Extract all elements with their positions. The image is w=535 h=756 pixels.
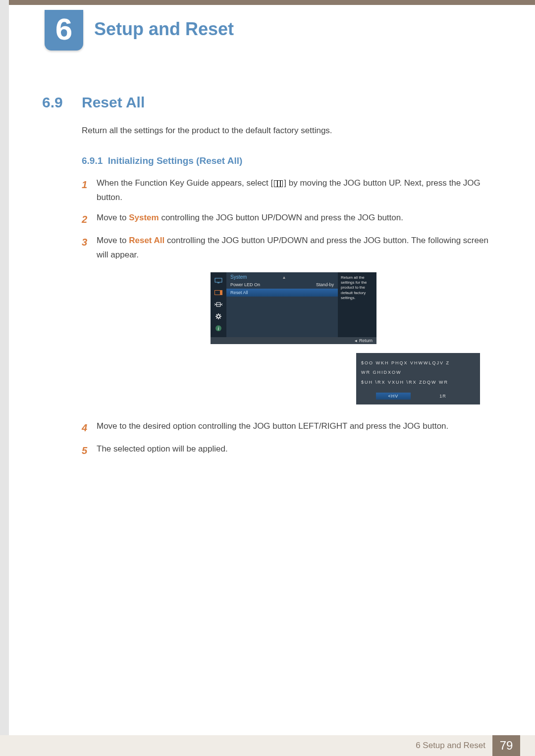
step-emphasis: System bbox=[129, 213, 159, 222]
section-heading: 6.9 Reset All bbox=[42, 94, 493, 111]
step-5: 5 The selected option will be applied. bbox=[82, 442, 493, 459]
subsection-heading: 6.9.1 Initializing Settings (Reset All) bbox=[82, 155, 493, 166]
gear-icon bbox=[214, 313, 223, 320]
step-emphasis: Reset All bbox=[129, 236, 164, 245]
osd-description-panel: Return all the settings for the product … bbox=[338, 272, 376, 337]
osd-return-label: Return bbox=[359, 338, 373, 343]
monitor-icon bbox=[214, 277, 223, 284]
dialog-buttons: <HV 1R bbox=[361, 393, 475, 400]
osd-row-label: Reset All bbox=[230, 290, 248, 295]
step-text: Move to the desired option controlling t… bbox=[97, 419, 448, 436]
svg-rect-0 bbox=[215, 278, 222, 282]
section-title: Reset All bbox=[82, 94, 145, 111]
info-icon: i bbox=[214, 325, 223, 332]
subsection-title: Initializing Settings (Reset All) bbox=[108, 155, 243, 166]
osd-row-power-led: Power LED On Stand-by bbox=[226, 281, 338, 289]
step-text: Move to System controlling the JOG butto… bbox=[97, 211, 403, 228]
osd-menu-title-text: System bbox=[230, 274, 247, 280]
subsection-number: 6.9.1 bbox=[82, 155, 103, 166]
svg-rect-3 bbox=[215, 291, 220, 295]
dialog-line-3: $UH \RX VXUH \RX ZDQW WR bbox=[361, 379, 475, 386]
dialog-yes-button: <HV bbox=[376, 393, 411, 400]
osd-sidebar: i bbox=[211, 272, 226, 337]
step-number: 4 bbox=[82, 419, 97, 436]
osd-window: i System ▲ Power LED On Stand-by bbox=[211, 272, 376, 344]
step-text-pre: When the Function Key Guide appears, sel… bbox=[97, 178, 273, 188]
osd-row-reset-all: Reset All bbox=[226, 289, 338, 297]
steps-list: 1 When the Function Key Guide appears, s… bbox=[82, 176, 493, 459]
up-arrow-icon: ▲ bbox=[282, 275, 286, 280]
osd-row-value: Stand-by bbox=[316, 282, 334, 287]
chapter-title: Setup and Reset bbox=[94, 19, 234, 40]
menu-icon bbox=[274, 180, 283, 187]
step-text: The selected option will be applied. bbox=[97, 442, 228, 459]
svg-rect-1 bbox=[217, 283, 219, 283]
step-text-pre: Move to bbox=[97, 213, 129, 222]
chapter-badge: 6 bbox=[45, 10, 83, 50]
step-2: 2 Move to System controlling the JOG but… bbox=[82, 211, 493, 228]
step-4: 4 Move to the desired option controlling… bbox=[82, 419, 493, 436]
resize-icon bbox=[214, 301, 223, 308]
dialog-no-button: 1R bbox=[426, 393, 460, 400]
step-text-post: controlling the JOG button UP/DOWN and p… bbox=[159, 213, 403, 222]
step-number: 1 bbox=[82, 176, 97, 205]
osd-confirm-dialog: $OO WKH PHQX VHWWLQJV Z WR GHIDXOW $UH \… bbox=[356, 353, 480, 405]
step-number: 3 bbox=[82, 234, 97, 262]
osd-screenshot-1: i System ▲ Power LED On Stand-by bbox=[211, 272, 493, 405]
osd-menu-title: System ▲ bbox=[226, 272, 338, 281]
osd-footer: ◂ Return bbox=[211, 337, 376, 344]
return-arrow-icon: ◂ bbox=[355, 338, 357, 343]
top-accent-bar bbox=[0, 0, 535, 5]
section-number: 6.9 bbox=[42, 94, 82, 111]
footer-page-number: 79 bbox=[492, 735, 520, 756]
footer-chapter-label: 6 Setup and Reset bbox=[416, 741, 485, 751]
step-number: 2 bbox=[82, 211, 97, 228]
step-1: 1 When the Function Key Guide appears, s… bbox=[82, 176, 493, 205]
step-text: Move to Reset All controlling the JOG bu… bbox=[97, 234, 493, 262]
step-3: 3 Move to Reset All controlling the JOG … bbox=[82, 234, 493, 262]
step-text: When the Function Key Guide appears, sel… bbox=[97, 176, 493, 205]
svg-text:i: i bbox=[218, 326, 219, 331]
step-text-pre: Move to bbox=[97, 236, 129, 245]
dialog-line-1: $OO WKH PHQX VHWWLQJV Z bbox=[361, 360, 475, 367]
left-accent-bar bbox=[0, 0, 9, 756]
page-footer: 6 Setup and Reset 79 bbox=[0, 735, 535, 756]
picture-icon bbox=[214, 289, 223, 296]
page-content: 6.9 Reset All Return all the settings fo… bbox=[42, 94, 493, 465]
section-intro: Return all the settings for the product … bbox=[82, 126, 493, 136]
dialog-line-2: WR GHIDXOW bbox=[361, 369, 475, 376]
osd-main: System ▲ Power LED On Stand-by Reset All bbox=[226, 272, 338, 337]
osd-row-label: Power LED On bbox=[230, 282, 260, 287]
svg-point-4 bbox=[217, 315, 220, 318]
step-number: 5 bbox=[82, 442, 97, 459]
